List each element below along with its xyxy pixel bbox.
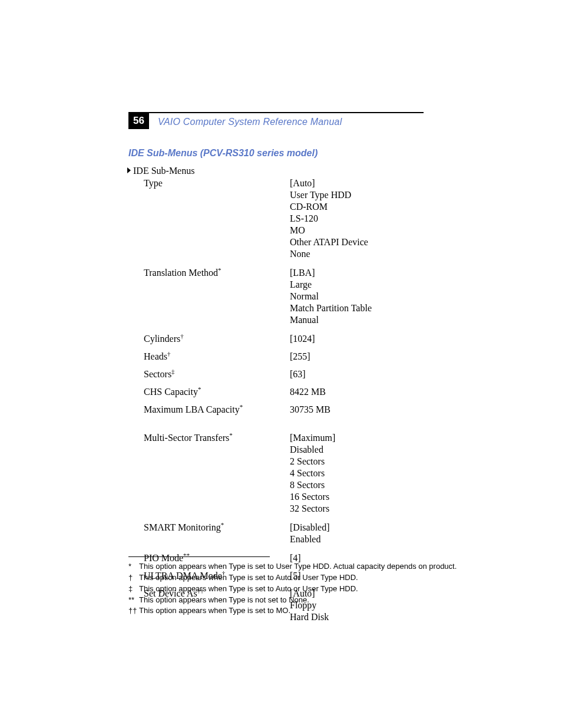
footnote-text: This option appears when Type is set to … — [139, 561, 457, 572]
values-chs: 8422 MB — [290, 386, 418, 398]
value: 30735 MB — [290, 404, 418, 416]
footnote-text: This option appears when Type is set to … — [139, 605, 290, 617]
value: Other ATAPI Device — [290, 236, 418, 248]
footnote-mark: ‡ — [128, 584, 139, 595]
document-page: 56 VAIO Computer System Reference Manual… — [0, 0, 562, 728]
row-type: Type [Auto] User Type HDD CD-ROM LS-120 … — [144, 177, 418, 260]
value: MO — [290, 225, 418, 236]
value: 8422 MB — [290, 386, 418, 398]
label-chs: CHS Capacity* — [144, 386, 290, 398]
footnote-mark: ** — [128, 595, 139, 606]
values-heads: [255] — [290, 351, 418, 363]
value: [Disabled] — [290, 522, 418, 533]
row-maxlba: Maximum LBA Capacity* 30735 MB — [144, 404, 418, 416]
value: CD-ROM — [290, 201, 418, 213]
footnote: †This option appears when Type is set to… — [128, 572, 457, 584]
value: Match Partition Table — [290, 302, 418, 314]
value: LS-120 — [290, 213, 418, 225]
label-multisector: Multi-Sector Transfers* — [144, 432, 290, 444]
submenu-header: IDE Sub-Menus — [127, 165, 194, 177]
footnote: **This option appears when Type is not s… — [128, 595, 457, 606]
footnote-mark: † — [128, 572, 139, 584]
values-type: [Auto] User Type HDD CD-ROM LS-120 MO Ot… — [290, 177, 418, 260]
value: User Type HDD — [290, 189, 418, 201]
section-title: IDE Sub-Menus (PCV-RS310 series model) — [128, 147, 318, 159]
footnote-text: This option appears when Type is not set… — [139, 595, 309, 606]
label-heads: Heads† — [144, 351, 290, 363]
value: 8 Sectors — [290, 479, 418, 491]
values-sectors: [63] — [290, 368, 418, 380]
footnote-rule — [128, 556, 270, 557]
values-multisector: [Maximum] Disabled 2 Sectors 4 Sectors 8… — [290, 432, 418, 515]
value: Normal — [290, 291, 418, 302]
values-cylinders: [1024] — [290, 333, 418, 345]
label-translation: Translation Method* — [144, 267, 290, 279]
label-sectors: Sectors‡ — [144, 368, 290, 380]
row-heads: Heads† [255] — [144, 351, 418, 363]
manual-title: VAIO Computer System Reference Manual — [158, 116, 342, 128]
row-multisector: Multi-Sector Transfers* [Maximum] Disabl… — [144, 432, 418, 515]
value: [255] — [290, 351, 418, 363]
value: [LBA] — [290, 267, 418, 279]
label-type: Type — [144, 177, 290, 189]
values-smart: [Disabled] Enabled — [290, 522, 418, 545]
value: Large — [290, 279, 418, 291]
page-number: 56 — [128, 113, 149, 129]
footnote-text: This option appears when Type is set to … — [139, 572, 358, 584]
value: None — [290, 248, 418, 260]
row-smart: SMART Monitoring* [Disabled] Enabled — [144, 522, 418, 545]
values-translation: [LBA] Large Normal Match Partition Table… — [290, 267, 418, 326]
row-chs: CHS Capacity* 8422 MB — [144, 386, 418, 398]
row-sectors: Sectors‡ [63] — [144, 368, 418, 380]
row-translation: Translation Method* [LBA] Large Normal M… — [144, 267, 418, 326]
footnote-mark: †† — [128, 605, 139, 617]
value: Manual — [290, 314, 418, 326]
footnote: ††This option appears when Type is set t… — [128, 605, 457, 617]
value: [Auto] — [290, 177, 418, 189]
value: [Maximum] — [290, 432, 418, 444]
footnote: ‡This option appears when Type is set to… — [128, 584, 457, 595]
footnote-text: This option appears when Type is set to … — [139, 584, 358, 595]
values-maxlba: 30735 MB — [290, 404, 418, 416]
label-cylinders: Cylinders† — [144, 333, 290, 345]
label-smart: SMART Monitoring* — [144, 522, 290, 533]
value: [1024] — [290, 333, 418, 345]
value: 4 Sectors — [290, 467, 418, 479]
value: 2 Sectors — [290, 456, 418, 467]
value: Enabled — [290, 533, 418, 545]
submenu-header-text: IDE Sub-Menus — [133, 166, 194, 176]
footnote: *This option appears when Type is set to… — [128, 561, 457, 572]
footnotes: *This option appears when Type is set to… — [128, 561, 457, 617]
value: 32 Sectors — [290, 503, 418, 515]
footnote-mark: * — [128, 561, 139, 572]
label-maxlba: Maximum LBA Capacity* — [144, 404, 290, 416]
value: Disabled — [290, 444, 418, 456]
value: [63] — [290, 368, 418, 380]
row-cylinders: Cylinders† [1024] — [144, 333, 418, 345]
value: 16 Sectors — [290, 491, 418, 503]
header-rule — [128, 112, 424, 113]
triangle-right-icon — [127, 167, 131, 173]
